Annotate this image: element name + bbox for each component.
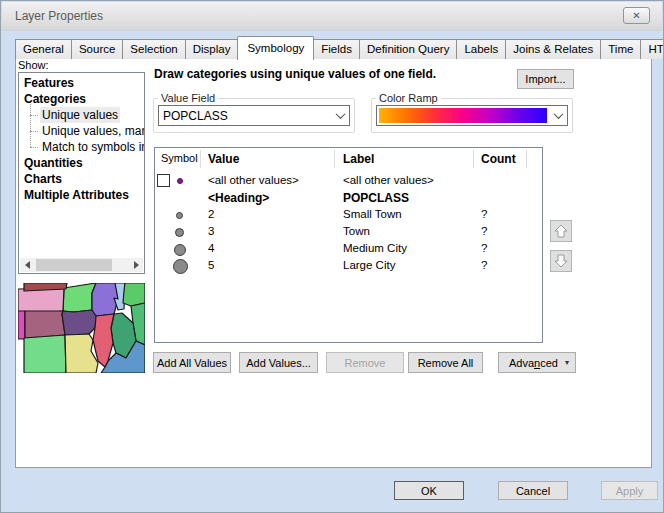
cancel-button[interactable]: Cancel (498, 481, 568, 500)
color-ramp-gradient (379, 108, 547, 123)
value-cell: <all other values> (208, 174, 299, 186)
remove-all-button[interactable]: Remove All (408, 352, 483, 373)
close-icon: ✕ (632, 10, 640, 21)
tab-general[interactable]: General (15, 39, 72, 59)
state-polygon-ks (24, 335, 66, 373)
tree-item-unique-values[interactable]: Unique values (19, 107, 144, 123)
value-cell: 3 (208, 225, 214, 237)
add-values-button[interactable]: Add Values... (239, 352, 318, 373)
tree-horizontal-scrollbar[interactable] (20, 258, 143, 272)
move-up-button[interactable] (550, 220, 572, 242)
categories-children: Unique values Unique values, many Match … (19, 107, 144, 155)
state-polygon-ia (62, 310, 97, 335)
tree-item-quantities[interactable]: Quantities (19, 155, 144, 171)
all-other-values-checkbox[interactable] (157, 174, 170, 187)
draw-categories-heading: Draw categories using unique values of o… (154, 67, 436, 81)
value-cell: 2 (208, 208, 214, 220)
scroll-left-icon (25, 261, 30, 269)
dropdown-arrow-icon: ▾ (565, 358, 569, 367)
scroll-right-button[interactable] (129, 258, 143, 272)
tab-fields[interactable]: Fields (313, 39, 360, 59)
tree-item-match-to-symbols[interactable]: Match to symbols in a (19, 139, 144, 155)
column-divider (526, 150, 527, 168)
down-arrow-icon (553, 253, 569, 269)
tab-joins-relates[interactable]: Joins & Relates (505, 39, 601, 59)
column-header-value: Value (208, 152, 239, 166)
map-preview (18, 283, 145, 373)
value-field-value: POPCLASS (159, 109, 331, 123)
table-row-town[interactable]: 3 Town ? (155, 224, 542, 241)
show-tree: Features Categories Unique values Unique… (18, 72, 145, 274)
move-down-button[interactable] (550, 250, 572, 272)
point-symbol-icon (174, 244, 186, 256)
tree-item-features[interactable]: Features (19, 75, 144, 91)
table-row-large-city[interactable]: 5 Large City ? (155, 258, 542, 275)
point-symbol-icon (176, 212, 183, 219)
label-cell: <all other values> (343, 174, 434, 186)
point-symbol-icon (175, 228, 184, 237)
layer-properties-dialog: Layer Properties ✕ General Source Select… (0, 0, 664, 513)
tab-source[interactable]: Source (71, 39, 123, 59)
column-divider (473, 150, 474, 168)
count-cell: ? (481, 225, 487, 237)
apply-button[interactable]: Apply (601, 481, 658, 500)
tree-item-unique-values-many[interactable]: Unique values, many (19, 123, 144, 139)
chevron-down-icon (553, 109, 563, 119)
scroll-left-button[interactable] (20, 258, 34, 272)
symbol-table: Symbol Value Label Count <all other valu… (154, 147, 543, 343)
table-row-heading[interactable]: <Heading> POPCLASS (155, 190, 542, 207)
value-cell: <Heading> (208, 191, 269, 205)
close-button[interactable]: ✕ (623, 7, 650, 24)
table-row-all-other-values[interactable]: <all other values> <all other values> (155, 173, 542, 190)
count-cell: ? (481, 259, 487, 271)
table-row-medium-city[interactable]: 4 Medium City ? (155, 241, 542, 258)
state-polygon-sd (18, 288, 64, 313)
color-ramp-label: Color Ramp (376, 92, 441, 104)
value-cell: 4 (208, 242, 214, 254)
label-cell: Town (343, 225, 370, 237)
state-polygon-mi (123, 283, 145, 306)
state-polygon-nd (24, 283, 67, 291)
label-cell: POPCLASS (343, 191, 409, 205)
tab-definition-query[interactable]: Definition Query (359, 39, 457, 59)
tab-display[interactable]: Display (185, 39, 239, 59)
color-ramp-select[interactable] (376, 105, 568, 126)
tab-html-popup[interactable]: HTML Popup (640, 39, 664, 59)
point-symbol-icon (173, 259, 188, 274)
point-symbol-icon (177, 178, 183, 184)
column-divider (200, 150, 201, 168)
value-field-label: Value Field (158, 92, 218, 104)
tree-item-multiple-attributes[interactable]: Multiple Attributes (19, 187, 144, 203)
scroll-thumb[interactable] (36, 259, 112, 271)
state-polygon-wy (18, 311, 25, 339)
tree-item-charts[interactable]: Charts (19, 171, 144, 187)
color-ramp-group: Color Ramp (371, 92, 573, 133)
value-field-select[interactable]: POPCLASS (158, 105, 350, 126)
window-title: Layer Properties (15, 9, 103, 23)
label-cell: Large City (343, 259, 395, 271)
import-button[interactable]: Import... (517, 69, 574, 89)
state-polygon-ne (25, 311, 65, 338)
state-polygon-mn (63, 283, 96, 312)
advanced-button[interactable]: Advanced ▾ (498, 352, 576, 373)
tab-selection[interactable]: Selection (122, 39, 185, 59)
count-cell: ? (481, 242, 487, 254)
scroll-right-icon (134, 261, 139, 269)
ok-button[interactable]: OK (394, 481, 464, 500)
title-bar: Layer Properties ✕ (2, 2, 662, 31)
symbology-tab-page: Show: Features Categories Unique values … (15, 58, 652, 468)
add-all-values-button[interactable]: Add All Values (153, 352, 231, 373)
chevron-down-icon (335, 109, 345, 119)
symbol-table-header: Symbol Value Label Count (155, 148, 542, 170)
tab-strip: General Source Selection Display Symbolo… (15, 36, 664, 59)
label-cell: Small Town (343, 208, 402, 220)
tab-labels[interactable]: Labels (456, 39, 506, 59)
tree-item-categories[interactable]: Categories (19, 91, 144, 107)
table-row-small-town[interactable]: 2 Small Town ? (155, 207, 542, 224)
count-cell: ? (481, 208, 487, 220)
tab-time[interactable]: Time (600, 39, 641, 59)
column-header-label: Label (343, 152, 374, 166)
tab-symbology[interactable]: Symbology (237, 36, 314, 60)
remove-button[interactable]: Remove (326, 352, 404, 373)
column-header-count: Count (481, 152, 516, 166)
